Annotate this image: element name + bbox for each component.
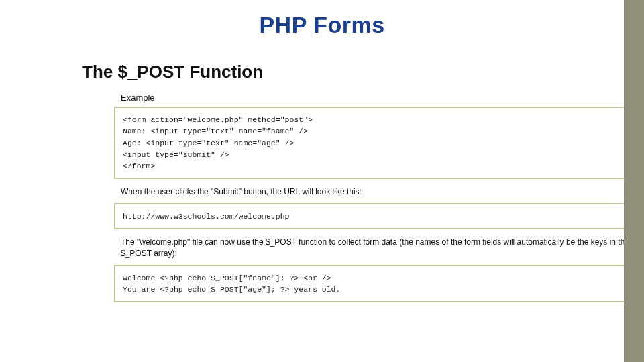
code-block-url: http://www.w3schools.com/welcome.php	[114, 203, 629, 229]
content-area: Example <form action="welcome.php" metho…	[0, 89, 644, 302]
code-block-form: <form action="welcome.php" method="post"…	[114, 107, 629, 179]
slide-title: PHP Forms	[0, 0, 644, 38]
description-post: The "welcome.php" file can now use the $…	[114, 231, 629, 265]
slide-subtitle: The $_POST Function	[0, 38, 644, 89]
right-sidebar	[624, 0, 644, 362]
example-label: Example	[114, 89, 629, 107]
description-url: When the user clicks the "Submit" button…	[114, 181, 629, 202]
code-block-welcome: Welcome <?php echo $_POST["fname"]; ?>!<…	[114, 265, 629, 303]
